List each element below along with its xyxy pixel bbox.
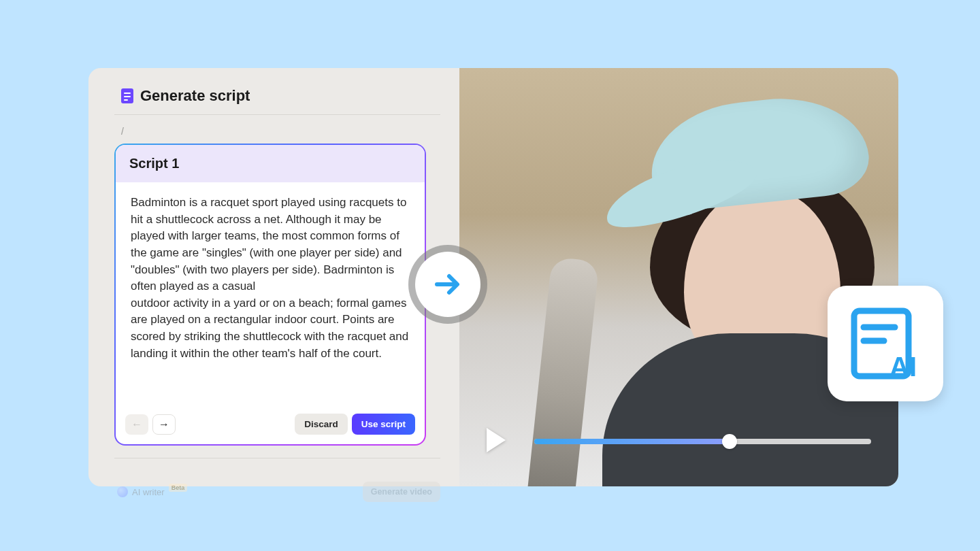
arrow-overlay [408, 245, 487, 324]
bottom-bar: AI writer Beta Generate video [114, 469, 440, 502]
divider [114, 458, 440, 458]
document-icon [121, 88, 133, 103]
ai-script-icon: AI [845, 303, 926, 384]
discard-button[interactable]: Discard [295, 414, 348, 435]
ai-writer-button[interactable]: AI writer Beta [114, 486, 187, 497]
divider [114, 114, 440, 115]
script-footer: ← → Discard Use script [116, 407, 425, 444]
ai-script-badge: AI [828, 286, 943, 401]
video-still [500, 88, 878, 486]
generate-video-button[interactable]: Generate video [363, 482, 440, 502]
panel-header: Generate script [114, 87, 440, 114]
progress-bar[interactable] [534, 439, 871, 444]
prev-button: ← [125, 414, 148, 435]
play-button[interactable] [487, 428, 506, 452]
app-stage: Generate script / Script 1 Badminton is … [88, 68, 898, 486]
panel-title: Generate script [140, 87, 250, 105]
script-heading: Script 1 [116, 145, 425, 182]
script-panel: Generate script / Script 1 Badminton is … [88, 68, 459, 486]
next-button[interactable]: → [152, 414, 176, 435]
svg-text:AI: AI [889, 352, 917, 382]
arrow-right-icon [431, 268, 464, 301]
breadcrumb: / [114, 126, 440, 137]
use-script-button[interactable]: Use script [352, 414, 415, 435]
script-body: Badminton is a racquet sport played usin… [116, 182, 425, 407]
progress-thumb[interactable] [722, 434, 737, 449]
ai-orb-icon [117, 486, 128, 497]
video-preview [459, 68, 898, 486]
ai-writer-label: AI writer [132, 487, 165, 497]
script-card: Script 1 Badminton is a racquet sport pl… [114, 144, 426, 446]
progress-fill [534, 439, 730, 444]
beta-badge: Beta [169, 484, 188, 492]
